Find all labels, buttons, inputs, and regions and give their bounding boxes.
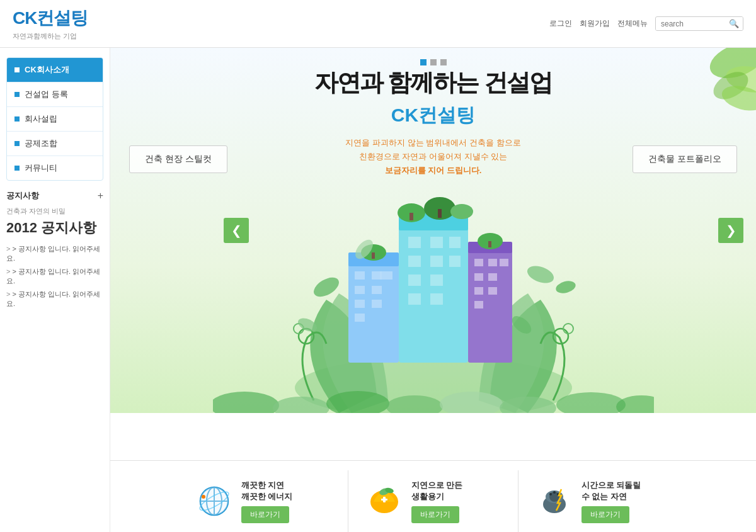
notice-title: 공지사항 bbox=[6, 190, 39, 201]
notice-item-1[interactable]: > 공지사항 입니다. 읽어주세요. bbox=[6, 242, 103, 265]
bottom-title-2: 지연으로 만든 생활용기 bbox=[411, 480, 499, 502]
sidebar-menu: CK회사소개 건설업 등록 회사설립 공제조합 커뮤니티 bbox=[6, 57, 103, 181]
svg-point-70 bbox=[202, 495, 205, 499]
svg-rect-44 bbox=[488, 273, 497, 281]
svg-point-56 bbox=[213, 392, 279, 413]
hero-text: 자연과 함께하는 건설업 CK컨설팅 지연을 파괴하지 않는 범위내에서 건축을… bbox=[244, 67, 622, 178]
svg-point-25 bbox=[450, 204, 473, 219]
svg-rect-46 bbox=[488, 287, 497, 295]
sidebar-bullet-5 bbox=[14, 166, 20, 171]
arrow-prev-button[interactable]: ❮ bbox=[224, 218, 249, 243]
notice-year: 2012 공지사항 bbox=[6, 218, 103, 237]
svg-rect-22 bbox=[410, 213, 413, 220]
svg-point-54 bbox=[554, 279, 577, 295]
sidebar-bullet-4 bbox=[14, 141, 20, 146]
sidebar: CK회사소개 건설업 등록 회사설립 공제조합 커뮤니티 공지사항 bbox=[0, 48, 110, 532]
helmet-icon bbox=[367, 484, 402, 519]
bottom-text-2: 지연으로 만든 생활용기 바로가기 bbox=[411, 480, 499, 523]
sidebar-item-community[interactable]: 커뮤니티 bbox=[7, 156, 103, 180]
bottom-feature-bar: 깨끗한 지연 깨끗한 에너지 바로가기 bbox=[110, 460, 756, 532]
svg-rect-43 bbox=[474, 273, 483, 281]
notice-subtitle: 건축과 자연의 비밀 bbox=[6, 207, 103, 216]
svg-rect-33 bbox=[355, 300, 365, 308]
signup-link[interactable]: 회원가입 bbox=[580, 18, 610, 29]
bottom-btn-1[interactable]: 바로가기 bbox=[241, 506, 289, 523]
dot-1[interactable] bbox=[420, 59, 427, 65]
notice-item-3[interactable]: > 공지사항 입니다. 읽어주세요. bbox=[6, 288, 103, 310]
hero-btn-left[interactable]: 건축 현장 스틸컷 bbox=[129, 145, 227, 173]
all-menu-link[interactable]: 전체메뉴 bbox=[617, 18, 648, 29]
sidebar-label-3: 회사설립 bbox=[25, 113, 57, 125]
arrow-next-button[interactable]: ❯ bbox=[718, 218, 743, 243]
logo-area: CK컨설팅 자연과함께하는 기업 bbox=[13, 6, 88, 41]
bottom-text-3: 시간으로 되돌릴 수 없는 자연 바로가기 bbox=[581, 480, 670, 523]
bottom-btn-3[interactable]: 바로가기 bbox=[581, 506, 629, 523]
sidebar-item-company[interactable]: CK회사소개 bbox=[7, 58, 103, 82]
svg-rect-11 bbox=[408, 237, 421, 248]
bottom-item-2: 지연으로 만든 생활용기 바로가기 bbox=[348, 470, 518, 532]
dot-3[interactable] bbox=[440, 59, 447, 65]
content-area: 자연과 함께하는 건설업 CK컨설팅 지연을 파괴하지 않는 범위내에서 건축을… bbox=[110, 48, 756, 532]
svg-rect-17 bbox=[408, 274, 421, 286]
logo-subtitle: 자연과함께하는 기업 bbox=[13, 31, 88, 41]
svg-rect-35 bbox=[355, 314, 365, 322]
svg-rect-37 bbox=[372, 252, 375, 259]
svg-rect-34 bbox=[372, 300, 382, 308]
svg-rect-30 bbox=[380, 271, 392, 280]
svg-rect-13 bbox=[449, 237, 461, 248]
bottom-item-3: 시간으로 되돌릴 수 없는 자연 바로가기 bbox=[518, 470, 689, 532]
search-box: 🔍 bbox=[655, 16, 743, 31]
svg-rect-28 bbox=[355, 271, 365, 280]
sidebar-label-2: 건설업 등록 bbox=[25, 89, 68, 100]
svg-rect-15 bbox=[430, 256, 443, 267]
svg-point-8 bbox=[563, 324, 573, 334]
login-link[interactable]: 로그인 bbox=[549, 18, 572, 29]
svg-point-2 bbox=[709, 66, 753, 105]
svg-rect-12 bbox=[430, 237, 443, 248]
svg-rect-41 bbox=[488, 259, 497, 266]
search-input[interactable] bbox=[656, 18, 725, 30]
sidebar-label-1: CK회사소개 bbox=[25, 64, 69, 76]
main-wrapper: CK회사소개 건설업 등록 회사설립 공제조합 커뮤니티 공지사항 bbox=[0, 48, 756, 532]
notice-item-2[interactable]: > 공지사항 입니다. 읽어주세요. bbox=[6, 265, 103, 288]
sidebar-bullet-3 bbox=[14, 116, 20, 122]
hero-btn-right[interactable]: 건축물 포트폴리오 bbox=[633, 145, 737, 173]
illustration bbox=[110, 174, 756, 413]
hero-desc-highlight: 보금자리를 지어 드립니다. bbox=[385, 166, 482, 175]
sidebar-item-union[interactable]: 공제조합 bbox=[7, 132, 103, 156]
hero-brand: CK컨설팅 bbox=[244, 103, 622, 128]
notice-list: > 공지사항 입니다. 읽어주세요. > 공지사항 입니다. 읽어주세요. > … bbox=[6, 242, 103, 310]
svg-rect-20 bbox=[430, 293, 443, 305]
globe-icon bbox=[197, 484, 232, 519]
svg-point-0 bbox=[705, 48, 756, 85]
notice-header: 공지사항 + bbox=[6, 190, 103, 201]
svg-rect-19 bbox=[408, 293, 421, 305]
bottom-item-1: 깨끗한 지연 깨끗한 에너지 바로가기 bbox=[178, 470, 348, 532]
hero-area: 자연과 함께하는 건설업 CK컨설팅 지연을 파괴하지 않는 범위내에서 건축을… bbox=[110, 48, 756, 413]
svg-rect-18 bbox=[430, 274, 443, 286]
sidebar-item-establish[interactable]: 회사설립 bbox=[7, 107, 103, 132]
hero-desc-line1: 지연을 파괴하지 않는 범위내에서 건축을 함으로 bbox=[345, 138, 520, 147]
sidebar-bullet-1 bbox=[14, 67, 20, 72]
svg-rect-45 bbox=[474, 287, 483, 295]
svg-point-63 bbox=[616, 395, 654, 413]
svg-rect-31 bbox=[355, 286, 365, 294]
hero-description: 지연을 파괴하지 않는 범위내에서 건축을 함으로 친환경으로 자연과 어울어져… bbox=[244, 136, 622, 178]
svg-rect-40 bbox=[474, 259, 483, 266]
svg-rect-14 bbox=[408, 256, 421, 267]
btn-right-area: 건축물 포트폴리오 bbox=[633, 145, 737, 173]
header: CK컨설팅 자연과함께하는 기업 로그인 회원가입 전체메뉴 🔍 bbox=[0, 0, 756, 48]
logo-title: CK컨설팅 bbox=[13, 6, 88, 30]
svg-rect-49 bbox=[488, 241, 491, 247]
slider-dots bbox=[420, 59, 447, 65]
sidebar-item-register[interactable]: 건설업 등록 bbox=[7, 82, 103, 107]
svg-rect-16 bbox=[449, 256, 461, 267]
hero-desc-line2: 친환경으로 자연과 어울어져 지낼수 있는 bbox=[359, 152, 507, 161]
svg-rect-47 bbox=[474, 301, 483, 308]
bottom-btn-2[interactable]: 바로가기 bbox=[411, 506, 459, 523]
dot-2[interactable] bbox=[430, 59, 437, 65]
notice-add-button[interactable]: + bbox=[98, 190, 103, 201]
bottom-text-1: 깨끗한 지연 깨끗한 에너지 바로가기 bbox=[241, 480, 329, 523]
phone-icon bbox=[537, 484, 572, 519]
search-button[interactable]: 🔍 bbox=[725, 17, 743, 30]
